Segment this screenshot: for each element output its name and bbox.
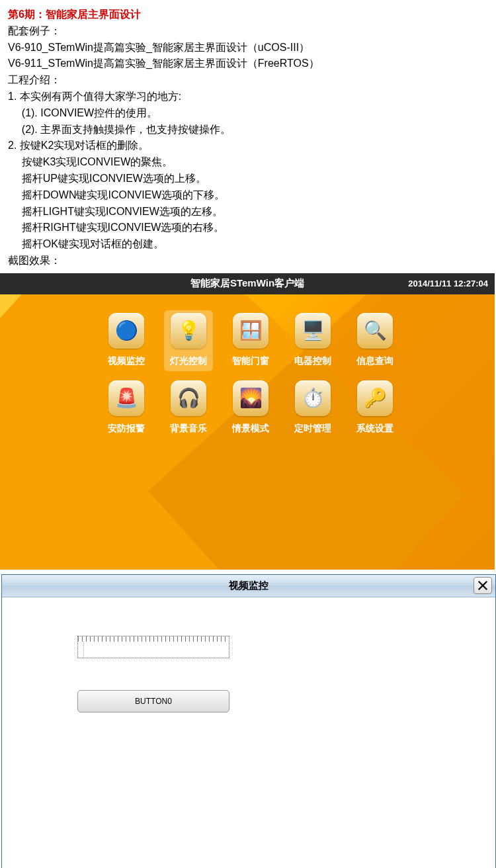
- text-line: 按键K3实现ICONVIEW的聚焦。: [8, 154, 488, 171]
- text-line: (1). ICONVIEW控件的使用。: [8, 105, 488, 122]
- dialog-screenshot: 视频监控 BUTTON0: [1, 574, 496, 868]
- iconview-item-label: 情景模式: [232, 423, 269, 435]
- iconview-item-system-settings[interactable]: 🔑系统设置: [351, 380, 399, 435]
- iconview-item-label: 灯光控制: [170, 355, 207, 367]
- iconview-item-smart-doorwin[interactable]: 🪟智能门窗: [226, 313, 275, 367]
- close-icon: [477, 580, 489, 591]
- dialog-body: BUTTON0: [2, 597, 495, 868]
- smart-home-screenshot: 智能家居STemWin客户端 2014/11/11 12:27:04 🔵视频监控…: [0, 273, 495, 570]
- text-line: V6-910_STemWin提高篇实验_智能家居主界面设计（uCOS-III）: [8, 40, 488, 56]
- iconview-item-label: 信息查询: [356, 355, 393, 367]
- iconview-item-label: 系统设置: [356, 423, 393, 435]
- section-title: 第6期：智能家居主界面设计: [8, 7, 488, 23]
- iconview-item-security-alarm[interactable]: 🚨安防报警: [102, 380, 151, 435]
- text-line: 摇杆OK键实现对话框的创建。: [8, 236, 488, 253]
- button0[interactable]: BUTTON0: [77, 690, 229, 713]
- iconview-item-info-query[interactable]: 🔍信息查询: [351, 313, 399, 367]
- text-line: 摇杆RIGHT键实现ICONVIEW选项的右移。: [8, 220, 488, 236]
- dialog-titlebar: 视频监控: [2, 575, 495, 597]
- iconview-item-label: 安防报警: [108, 423, 145, 435]
- smart-doorwin-icon: 🪟: [233, 313, 269, 349]
- iconview-item-video-monitor[interactable]: 🔵视频监控: [102, 313, 151, 367]
- dialog-title: 视频监控: [229, 580, 269, 592]
- iconview-item-label: 智能门窗: [232, 355, 269, 367]
- scene-mode-icon: 🌄: [233, 380, 269, 416]
- info-query-icon: 🔍: [357, 313, 393, 349]
- system-settings-icon: 🔑: [357, 380, 393, 416]
- text-line: 2. 按键K2实现对话框的删除。: [8, 138, 488, 154]
- iconview-item-label: 定时管理: [294, 423, 331, 435]
- iconview-grid[interactable]: 🔵视频监控💡灯光控制🪟智能门窗🖥️电器控制🔍信息查询🚨安防报警🎧背景音乐🌄情景模…: [102, 313, 413, 435]
- text-line: V6-911_STemWin提高篇实验_智能家居主界面设计（FreeRTOS）: [8, 56, 488, 72]
- iconview-item-label: 背景音乐: [170, 423, 207, 435]
- dialog-close-button[interactable]: [474, 577, 492, 594]
- statusbar-title: 智能家居STemWin客户端: [190, 277, 304, 290]
- document-text-block: 第6期：智能家居主界面设计 配套例子： V6-910_STemWin提高篇实验_…: [0, 0, 496, 273]
- bg-music-icon: 🎧: [171, 380, 206, 416]
- text-line: 配套例子：: [8, 23, 488, 40]
- text-line: (2). 主界面支持触摸操作，也支持按键操作。: [8, 122, 488, 138]
- text-line: 摇杆UP键实现ICONVIEW选项的上移。: [8, 171, 488, 187]
- iconview-item-label: 电器控制: [294, 355, 331, 367]
- iconview-item-bg-music[interactable]: 🎧背景音乐: [164, 380, 213, 435]
- edit-field[interactable]: [77, 636, 229, 658]
- text-line: 1. 本实例有两个值得大家学习的地方:: [8, 89, 488, 105]
- appliance-ctrl-icon: 🖥️: [295, 313, 331, 349]
- timer-manage-icon: ⏱️: [295, 380, 331, 416]
- iconview-item-appliance-ctrl[interactable]: 🖥️电器控制: [288, 313, 337, 367]
- video-monitor-icon: 🔵: [108, 313, 144, 349]
- text-line: 摇杆DOWN键实现ICONVIEW选项的下移。: [8, 187, 488, 204]
- security-alarm-icon: 🚨: [108, 380, 144, 416]
- iconview-item-scene-mode[interactable]: 🌄情景模式: [226, 380, 275, 435]
- text-line: 截图效果：: [8, 253, 488, 269]
- statusbar-clock: 2014/11/11 12:27:04: [408, 273, 488, 294]
- text-line: 摇杆LIGHT键实现ICONVIEW选项的左移。: [8, 204, 488, 220]
- iconview-item-light-control[interactable]: 💡灯光控制: [164, 310, 213, 371]
- text-line: 工程介绍：: [8, 72, 488, 89]
- iconview-item-timer-manage[interactable]: ⏱️定时管理: [288, 380, 337, 435]
- light-control-icon: 💡: [171, 313, 206, 349]
- iconview-item-label: 视频监控: [108, 355, 145, 367]
